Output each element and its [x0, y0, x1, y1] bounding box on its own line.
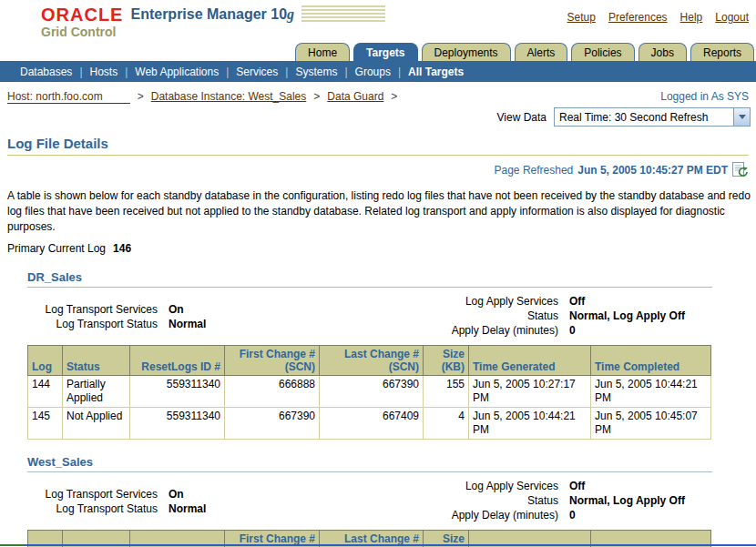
tab-targets[interactable]: Targets: [353, 43, 417, 61]
tab-home[interactable]: Home: [295, 43, 350, 61]
tab-deployments[interactable]: Deployments: [422, 43, 511, 61]
refreshed-time: Jun 5, 2005 10:45:27 PM EDT: [577, 164, 728, 177]
view-data-selected-option: Real Time: 30 Second Refresh: [559, 111, 708, 124]
table-cell: Jun 5, 2005 10:44:21 PM: [469, 408, 591, 440]
top-link-logout[interactable]: Logout: [715, 11, 749, 24]
top-link-setup[interactable]: Setup: [567, 11, 596, 24]
property-row: Log Transport StatusNormal: [27, 501, 364, 516]
subnav-item-databases[interactable]: Databases: [20, 66, 72, 78]
table-cell: 559311340: [130, 376, 225, 408]
section-properties: Log Transport ServicesOnLog Transport St…: [27, 294, 720, 338]
tab-reports[interactable]: Reports: [690, 43, 754, 61]
table-header-row: LogStatusResetLogs ID #First Change # (S…: [28, 346, 711, 376]
property-value: Off: [569, 294, 585, 309]
breadcrumb-link-host-north-foo-com[interactable]: Host: north.foo.com: [7, 90, 130, 104]
tab-alerts[interactable]: Alerts: [515, 43, 568, 61]
tab-policies[interactable]: Policies: [571, 43, 634, 61]
table-cell: Jun 5, 2005 10:27:17 PM: [469, 376, 591, 408]
subnav-item-systems[interactable]: Systems: [295, 66, 337, 78]
breadcrumb-row: Host: north.foo.com>Database Instance: W…: [7, 90, 749, 103]
table-cell: 667390: [320, 376, 424, 408]
property-label: Status: [364, 493, 569, 508]
subnav-separator: |: [285, 66, 288, 78]
table-cell: 667390: [225, 408, 320, 440]
property-value: Off: [569, 479, 585, 493]
top-links: SetupPreferencesHelpLogout: [555, 11, 749, 24]
property-column: Log Transport ServicesOnLog Transport St…: [27, 479, 364, 522]
subnav-separator: |: [398, 66, 401, 78]
table-row: 145Not Applied5593113406673906674094Jun …: [28, 408, 711, 440]
breadcrumb: Host: north.foo.com>Database Instance: W…: [7, 90, 404, 103]
section-title: West_Sales: [27, 455, 756, 469]
property-label: Apply Delay (minutes): [364, 508, 569, 522]
column-header-size-kb-: Size (KB): [424, 346, 469, 376]
oracle-logo: ORACLE: [41, 5, 123, 24]
subnav-separator: |: [344, 66, 347, 78]
breadcrumb-link-data-guard[interactable]: Data Guard: [327, 90, 383, 103]
view-data-select[interactable]: Real Time: 30 Second Refresh: [554, 107, 751, 127]
top-link-help[interactable]: Help: [680, 11, 703, 24]
property-value: Normal: [169, 317, 206, 331]
product-title: Enterprise Manager 10g: [130, 6, 294, 23]
subnav-item-services[interactable]: Services: [236, 66, 278, 78]
column-header-time-generated: Time Generated: [469, 346, 591, 376]
property-label: Log Transport Services: [27, 487, 169, 501]
table-cell: 666888: [225, 376, 320, 408]
page-title: Log File Details: [7, 136, 749, 156]
table-cell: Jun 5, 2005 10:45:07 PM: [591, 408, 711, 440]
property-row: StatusNormal, Log Apply Off: [364, 493, 685, 508]
subnav-separator: |: [226, 66, 229, 78]
table-cell: 145: [28, 408, 63, 440]
subnav-separator: |: [79, 66, 82, 78]
property-column: Log Apply ServicesOffStatusNormal, Log A…: [364, 479, 685, 522]
table-cell: 667409: [320, 408, 424, 440]
tab-jobs[interactable]: Jobs: [639, 43, 687, 61]
column-header-log: Log: [28, 346, 63, 376]
table-cell: 144: [28, 376, 63, 408]
section-properties: Log Transport ServicesOnLog Transport St…: [27, 479, 720, 522]
property-row: Log Apply ServicesOff: [364, 294, 685, 309]
logged-in-text: Logged in As SYS: [660, 90, 749, 103]
top-link-preferences[interactable]: Preferences: [608, 11, 668, 24]
property-value: 0: [569, 508, 576, 522]
brand-stripes-decoration: [301, 5, 385, 24]
column-header-time-completed: Time Completed: [591, 346, 711, 376]
property-label: Log Transport Status: [27, 501, 169, 516]
standby-section-west-sales: West_SalesLog Transport ServicesOnLog Tr…: [0, 455, 756, 547]
table-cell: Partially Applied: [63, 376, 130, 408]
property-row: Apply Delay (minutes)0: [364, 323, 685, 338]
property-label: Apply Delay (minutes): [364, 323, 569, 338]
subnav-item-groups[interactable]: Groups: [355, 66, 391, 78]
table-row: 144Partially Applied55931134066688866739…: [28, 376, 711, 408]
table-cell: Not Applied: [63, 408, 130, 440]
table-cell: 4: [424, 408, 469, 440]
property-label: Status: [364, 309, 569, 323]
property-row: Log Transport ServicesOn: [27, 487, 364, 501]
property-label: Log Transport Services: [27, 302, 169, 317]
chevron-down-icon[interactable]: [733, 108, 750, 126]
standby-section-dr-sales: DR_SalesLog Transport ServicesOnLog Tran…: [0, 270, 756, 440]
subnav-item-web-applications[interactable]: Web Applications: [135, 66, 219, 78]
page-description: A table is shown below for each standby …: [7, 188, 751, 234]
property-label: Log Transport Status: [27, 317, 169, 331]
primary-current-log-value: 146: [113, 242, 131, 255]
log-file-table: LogStatusResetLogs ID #First Change # (S…: [27, 345, 711, 440]
property-label: Log Apply Services: [364, 294, 569, 309]
property-column: Log Transport ServicesOnLog Transport St…: [27, 294, 364, 338]
property-column: Log Apply ServicesOffStatusNormal, Log A…: [364, 294, 685, 338]
column-header-first-change-scn-: First Change # (SCN): [225, 346, 320, 376]
tab-bar: HomeTargetsDeploymentsAlertsPoliciesJobs…: [0, 40, 756, 61]
property-value: On: [169, 487, 184, 501]
breadcrumb-link-database-instance-west-sales[interactable]: Database Instance: West_Sales: [151, 90, 307, 103]
breadcrumb-separator: >: [138, 90, 144, 103]
sections: DR_SalesLog Transport ServicesOnLog Tran…: [0, 270, 756, 547]
primary-current-log-label: Primary Current Log: [7, 242, 106, 255]
property-row: Log Transport ServicesOn: [27, 302, 364, 317]
subnav-item-all-targets[interactable]: All Targets: [408, 66, 464, 78]
section-rule: [27, 471, 712, 472]
refresh-page-icon[interactable]: [732, 162, 749, 177]
column-header-last-change-scn-: Last Change # (SCN): [320, 346, 424, 376]
property-label: Log Apply Services: [364, 479, 569, 493]
property-row: Log Transport StatusNormal: [27, 317, 364, 331]
subnav-item-hosts[interactable]: Hosts: [90, 66, 118, 78]
